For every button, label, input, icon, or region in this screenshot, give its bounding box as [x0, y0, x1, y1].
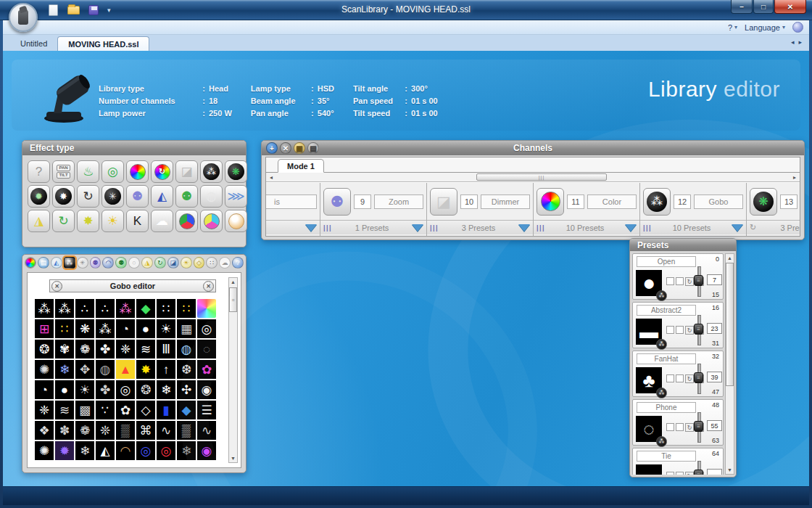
gobo-thumb[interactable]: ∴	[96, 299, 115, 318]
preset-value-field[interactable]: 55	[707, 420, 722, 431]
add-channel-button[interactable]: +	[266, 142, 278, 154]
gobo-thumb[interactable]: ❁	[75, 421, 94, 440]
language-globe-icon[interactable]	[792, 22, 803, 33]
minimize-button[interactable]: –	[731, 0, 753, 14]
preset-checkbox-1[interactable]	[666, 423, 674, 431]
close-button[interactable]: ✕	[774, 0, 806, 14]
cmy-mix-effect-icon[interactable]	[200, 210, 223, 232]
gobo-thumb[interactable]: ◇	[136, 401, 155, 419]
preset-checkbox-1[interactable]	[666, 277, 674, 285]
blackout-effect-icon[interactable]: K	[126, 210, 149, 232]
preset-slider-knob[interactable]: ≡	[694, 372, 703, 383]
gobo-thumb[interactable]: ∷	[55, 319, 74, 338]
gobo-thumb[interactable]: ◔	[116, 319, 135, 338]
preset-rotate-icon[interactable]: ↻	[685, 374, 694, 383]
preset-checkbox-2[interactable]	[676, 423, 684, 431]
dimmer-mini-icon[interactable]: ◪	[167, 257, 179, 269]
gobo-thumb[interactable]: ✾	[55, 340, 74, 359]
gobo-wheel-effect-icon[interactable]: ⁂	[200, 160, 223, 183]
presets-dropdown-icon[interactable]	[412, 224, 423, 232]
preset-rotate-icon[interactable]: ↻	[685, 423, 694, 432]
presets-scroll-up-icon[interactable]: ▲	[726, 254, 734, 262]
gobo-thumb[interactable]: ◍	[96, 360, 115, 379]
rotation-mini-icon[interactable]: ↻	[154, 257, 166, 269]
gobo-scrollbar[interactable]: ▲ ≡ ▼	[228, 277, 238, 463]
gobo-thumb[interactable]: ⌘	[136, 421, 155, 440]
delete-channel-button[interactable]: ✕	[280, 142, 291, 154]
gobo-thumb[interactable]: ❖	[35, 421, 54, 440]
shutter-effect-icon[interactable]: ✳	[102, 185, 124, 208]
gobo-thumb[interactable]: ❂	[35, 340, 54, 359]
gobo-thumb[interactable]: ◠	[116, 441, 135, 460]
gobo-thumb[interactable]: ◔	[35, 380, 54, 399]
frost-mini-icon[interactable]: ○	[128, 257, 140, 269]
preset-checkbox-1[interactable]	[666, 326, 674, 334]
gobo-rotation-channel-icon[interactable]: ❋	[750, 188, 777, 216]
preset-slider[interactable]: ≡	[694, 461, 704, 475]
gobo-thumb[interactable]: ●	[136, 319, 155, 338]
beam-shower-effect-icon[interactable]: ♨	[77, 160, 99, 183]
gobo-wheel2-effect-icon[interactable]: ✹	[28, 185, 50, 208]
gobo-thumb[interactable]: ∵	[96, 401, 115, 419]
gobo-mini-icon[interactable]: ⁂	[64, 257, 75, 269]
preset-item[interactable]: Abstract21631▬⁂↻⇲≡23	[632, 302, 724, 348]
preset-rotate-icon[interactable]: ↻	[685, 472, 694, 475]
preset-item[interactable]: FanHat3247♣⁂↻⇲≡39	[632, 351, 724, 397]
tab-mode-1[interactable]: Mode 1	[278, 159, 324, 173]
gobo-thumb[interactable]: ❂	[136, 380, 155, 399]
preset-name-field[interactable]: Open	[637, 256, 696, 267]
preset-slider[interactable]: ≡	[694, 364, 704, 394]
gobo-thumb[interactable]: ❈	[116, 340, 135, 359]
gobo-thumb[interactable]: ❁	[75, 340, 94, 359]
preset-checkbox-2[interactable]	[676, 374, 684, 382]
iris-mini-icon[interactable]: ◮	[141, 257, 153, 269]
gobo-channel-icon[interactable]: ⁂	[643, 188, 671, 216]
preset-item[interactable]: Open015●⁂↻⇲≡7	[632, 253, 724, 300]
presets-scrollbar-thumb[interactable]	[726, 263, 734, 386]
roller-effect-icon[interactable]: ◎	[102, 160, 124, 183]
presets-dropdown-icon[interactable]	[625, 224, 637, 232]
color-wheel-effect-icon[interactable]	[126, 160, 149, 183]
iris-effect-icon[interactable]: ◮	[28, 210, 50, 232]
paste-channel-button[interactable]: ▤	[307, 142, 319, 154]
help-menu[interactable]: ? ▾	[728, 23, 737, 32]
amber-effect-icon[interactable]	[225, 210, 247, 232]
gobo-thumb[interactable]: ∿	[197, 421, 216, 440]
gobo-thumb[interactable]: ✺	[35, 441, 54, 460]
gobo-thumb[interactable]: ◉	[197, 441, 216, 460]
gobo-thumb[interactable]: ⁂	[116, 299, 135, 318]
gobo-thumb[interactable]: ❄	[177, 441, 196, 460]
presets-dropdown-icon[interactable]	[732, 224, 743, 232]
gobo-thumb[interactable]: ◍	[177, 340, 196, 359]
gobo-thumb[interactable]: ◌	[197, 340, 216, 359]
gobo-thumb[interactable]: ◎	[116, 380, 135, 399]
gobo-thumb[interactable]: ◎	[157, 441, 175, 460]
preset-value-field[interactable]	[707, 469, 722, 475]
color-channel-icon[interactable]	[536, 188, 564, 216]
preset-name-field[interactable]: FanHat	[637, 353, 696, 364]
gobo-thumb[interactable]: ◆	[136, 299, 155, 318]
channel-name-field[interactable]: Zoom	[374, 194, 423, 209]
gobo-thumb[interactable]: ❈	[35, 401, 54, 419]
gobo-thumb[interactable]: ◎	[136, 441, 155, 460]
maximize-button[interactable]: □	[753, 0, 774, 14]
presets-scrollbar[interactable]: ▲ ▼	[725, 253, 734, 475]
gobo-thumb[interactable]: ⊞	[35, 319, 54, 338]
scroll-right-icon[interactable]: ▸	[790, 173, 800, 181]
gobo-thumb[interactable]: Ⅲ	[157, 340, 175, 359]
gobo-thumb[interactable]: ✺	[35, 360, 54, 379]
channel-number-field[interactable]: 13	[780, 194, 798, 209]
speed-effect-icon[interactable]: ⋙	[225, 185, 247, 208]
gobo-thumb[interactable]: ⁂	[35, 299, 54, 318]
gobo-thumb[interactable]: ❋	[75, 319, 94, 338]
zoom-mini-icon[interactable]: ⚉	[90, 257, 102, 269]
lamp-mini-icon[interactable]: ☀	[181, 257, 192, 269]
prism-mini-icon[interactable]: ◠	[102, 257, 114, 269]
channel-name-field[interactable]: Dimmer	[481, 194, 530, 209]
preset-checkbox-2[interactable]	[676, 277, 684, 285]
gobo-scroll-up-icon[interactable]: ▲	[229, 278, 237, 286]
gobo-rotation-effect-icon[interactable]: ❋	[225, 160, 247, 183]
rgb-mix-effect-icon[interactable]	[175, 210, 198, 232]
gobo-thumb[interactable]: ≋	[136, 340, 155, 359]
gobo-thumb[interactable]: ◭	[96, 441, 115, 460]
